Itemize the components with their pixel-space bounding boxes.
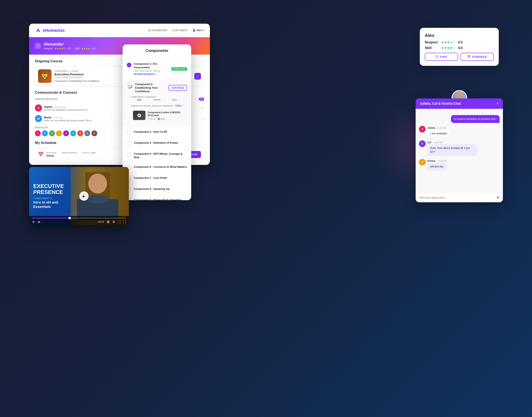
course-arrow-button[interactable]: →	[194, 73, 201, 80]
video-duration: ⏱ 02:34	[148, 118, 155, 120]
reach-avatar-4[interactable]: C	[56, 130, 62, 136]
inbox-icon: ✉	[172, 29, 174, 32]
cal-name: Cal	[427, 141, 431, 144]
chat-messages: 11:56 AM Is anyone available to practice…	[416, 109, 503, 193]
unread-label: UNREAD MESSAGES	[35, 98, 58, 100]
datetime-field: DATE & TIME:	[83, 152, 96, 157]
components-title: Components	[127, 49, 187, 53]
comp2-continue-button[interactable]: CONTINUE	[169, 85, 187, 91]
lion-icon: 🦁	[40, 72, 49, 81]
profile-skill-stars: ★★★★☆	[441, 46, 456, 50]
msg1-bubble: Is anyone available to practice this?	[451, 115, 500, 123]
comp9-name: Component 9 - Power Body Standing	[134, 198, 181, 200]
hero-meta: Respect ★★★★½ 4.5 · Skill ★★★★ 4.0	[44, 47, 96, 50]
reach-avatar-5[interactable]: A	[63, 130, 69, 136]
inbox-nav[interactable]: ✉ MY INBOX	[172, 29, 187, 32]
participants-label: PARTICIPANTS:	[62, 152, 77, 154]
reach-avatar-6[interactable]: T	[70, 130, 76, 136]
chat-input-row: ➤	[416, 193, 503, 202]
reach-avatar-8[interactable]: S	[84, 130, 90, 136]
logo-icon	[35, 27, 41, 33]
respect-label: Respect	[44, 47, 53, 50]
reach-avatar-1[interactable]: J	[35, 130, 41, 136]
video-course-title: EXECUTIVE PRESENCE	[33, 183, 66, 195]
svg-point-5	[88, 174, 107, 194]
calendar-icon-btn: 📅	[467, 55, 471, 58]
respect-value: 4.5	[67, 47, 71, 50]
julieta-name: Julieta	[427, 126, 435, 129]
chat-header: Julieta, Cal & Keisha Chat ×	[416, 98, 503, 109]
comp2-name: Component 2: Establishing Your Confidenc…	[135, 83, 169, 93]
practice-pill: PRACTICE	[153, 99, 161, 101]
comp7-left: Component 7 - Care Point	[127, 176, 187, 181]
keisha-avatar: K	[419, 159, 426, 166]
practice-tab: PRACTICE	[148, 99, 165, 101]
pause-button[interactable]: ⏸	[32, 220, 35, 223]
comp-progress-label: COMPONENT PROGRESS	[131, 96, 183, 98]
logo-text: eHumanize	[43, 28, 65, 33]
comp6-left: Component 6 - Connects to What Matters	[127, 165, 187, 170]
comp2-left: 33% Component 2: Establishing Your Confi…	[127, 83, 169, 93]
component-item-5: Component 5 - EP3 Wheel, Courage & Risk	[123, 149, 191, 162]
reach-avatar-9[interactable]: P	[91, 130, 97, 136]
comp4-circle	[127, 142, 131, 146]
comp4-name: Component 4 - Definition of Power	[134, 141, 178, 145]
comp6-name: Component 6 - Connects to What Matters	[134, 165, 187, 169]
crop-icon[interactable]: ⛶	[118, 220, 120, 223]
initiator-value: Julieta	[46, 154, 57, 157]
comp1-circle: ✓	[127, 63, 131, 67]
view-link[interactable]: VIEW >	[175, 105, 183, 107]
initiator-field: INITIATOR: Julieta	[46, 152, 57, 157]
video-play-button[interactable]: ▶	[79, 191, 89, 201]
nav-links: ⊞ DASHBOARD ✉ MY INBOX 👤 Alex ▾	[148, 29, 204, 32]
martin-name: Martin	[44, 116, 52, 119]
cal-msg: Cal 12:06 PM Sure, how about Sunday @ 2 …	[427, 140, 477, 156]
comp1-pts: Risk Points Earned : 200 pts	[134, 70, 171, 72]
comp-progress-row: LEARN PRACTICE APPLY	[131, 99, 183, 101]
chevron-icon: ▾	[202, 29, 204, 32]
dashboard-nav[interactable]: ⊞ DASHBOARD	[148, 29, 167, 32]
volume-icon[interactable]: 🔇	[106, 220, 110, 223]
video-header-text: SUBMITTED VIDEOS AWAITING FEEDBACK	[131, 105, 173, 107]
reach-avatar-7[interactable]: R	[77, 130, 83, 136]
skill-metric: Skill ★★★★☆ 4.0	[425, 46, 494, 50]
back-button[interactable]: ←	[35, 43, 41, 49]
svg-point-7	[86, 195, 109, 203]
martin-avatar: M	[35, 115, 42, 122]
reach-avatar-2[interactable]: M	[42, 130, 48, 136]
chat-icon: 💬	[435, 55, 439, 58]
datetime-label: DATE & TIME:	[83, 152, 96, 154]
user-menu[interactable]: 👤 Alex ▾	[192, 29, 204, 32]
close-chat-button[interactable]: ×	[497, 102, 499, 105]
sophia-name: Sophia	[44, 105, 52, 108]
schedule-profile-button[interactable]: 📅 SCHEDULE	[460, 53, 494, 61]
rewind-button[interactable]: ⏮	[37, 220, 40, 223]
comp1-review-link[interactable]: REVIEW FEEDBACK >	[134, 73, 156, 75]
apply-pill: APPLY	[172, 99, 177, 101]
reach-avatar-3[interactable]: K	[49, 130, 55, 136]
share-icon-martin[interactable]: ↪	[202, 117, 204, 120]
comp9-left: Component 9 - Power Body Standing	[127, 198, 187, 200]
progress-scrubber[interactable]	[68, 217, 71, 219]
video-progress-track[interactable]	[32, 218, 126, 219]
chat-msg-4: K Keisha 12:06 PM will join too.	[419, 159, 500, 170]
julieta-bubble: I am available.	[427, 130, 450, 137]
play-icon[interactable]: ▶	[137, 114, 141, 117]
comp5-circle	[127, 153, 131, 157]
fullscreen-icon[interactable]: ⛶	[123, 220, 126, 223]
send-button[interactable]: ➤	[497, 195, 500, 200]
chat-button[interactable]: 💬 CHAT	[425, 53, 458, 61]
video-meta: Component-2-video-11/9/2020-20:12.mp4 ⏱ …	[148, 111, 181, 120]
comp1-left: ✓ Component 1: Pre Assessment Risk Point…	[127, 62, 171, 76]
chat-title: Julieta, Cal & Keisha Chat	[420, 102, 461, 105]
learn-pill: LEARN	[137, 99, 142, 101]
hero-info: Alexander Respect ★★★★½ 4.5 · Skill ★★★★…	[44, 42, 96, 50]
comp3-circle	[127, 131, 131, 135]
chat-input[interactable]	[419, 196, 494, 199]
settings-icon[interactable]: ⚙	[112, 220, 115, 223]
share-icon-sophia[interactable]: ↪	[202, 106, 204, 110]
martin-time: 2 hrs ago	[54, 116, 62, 119]
video-progress-fill	[32, 218, 70, 219]
component-item-3: Component 3 - Intro to EP	[123, 127, 191, 138]
respect-stars: ★★★★½	[54, 47, 66, 50]
